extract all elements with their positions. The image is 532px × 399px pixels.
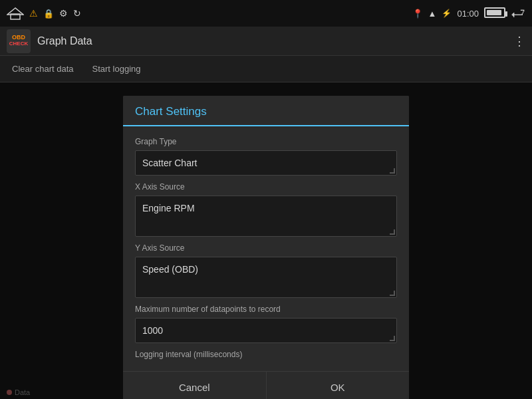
x-axis-label: X Axis Source: [135, 182, 397, 192]
graph-type-field[interactable]: Scatter Chart: [135, 150, 397, 176]
dialog-title: Chart Settings: [123, 96, 409, 126]
chart-settings-dialog: Chart Settings Graph Type Scatter Chart …: [123, 96, 409, 399]
graph-type-label: Graph Type: [135, 137, 397, 146]
y-axis-label: Y Axis Source: [135, 243, 397, 253]
app-header: OBD CHECK Graph Data ⋮: [0, 27, 532, 56]
dialog-body: Graph Type Scatter Chart X Axis Source E…: [123, 126, 409, 371]
dialog-actions: Cancel OK: [123, 371, 409, 399]
wifi-icon: ⚙: [59, 8, 68, 19]
ok-button[interactable]: OK: [267, 372, 410, 399]
max-datapoints-field[interactable]: 1000: [135, 318, 397, 343]
refresh-icon: ↻: [73, 8, 81, 19]
app-header-right: ⋮: [513, 34, 525, 49]
battery-icon: ⚡: [442, 9, 452, 18]
tab-bar: Clear chart data Start logging: [0, 56, 532, 82]
y-axis-field[interactable]: Speed (OBD): [135, 257, 397, 298]
logging-interval-label: Logging interval (milliseconds): [135, 350, 397, 359]
lock-icon: 🔒: [43, 9, 54, 19]
resize-handle: [390, 229, 395, 235]
overflow-menu-button[interactable]: ⋮: [513, 35, 525, 48]
x-axis-field[interactable]: Engine RPM: [135, 196, 397, 237]
max-datapoints-label: Maximum number of datapoints to record: [135, 305, 397, 314]
cancel-button[interactable]: Cancel: [123, 372, 267, 399]
status-bar-right: 📍 ▲ ⚡ 01:00 ⮐: [412, 5, 525, 22]
main-content: Data Chart Settings Graph Type Scatter C…: [0, 82, 532, 399]
tab-clear-chart-data[interactable]: Clear chart data: [3, 57, 83, 81]
battery-bar: [484, 7, 505, 20]
status-bar-left: ⚠ 🔒 ⚙ ↻: [7, 7, 81, 20]
signal-icon: ▲: [428, 9, 437, 19]
app-title: Graph Data: [37, 35, 92, 47]
status-bar: ⚠ 🔒 ⚙ ↻ 📍 ▲ ⚡ 01:00 ⮐: [0, 0, 532, 27]
resize-handle: [390, 336, 395, 341]
tab-start-logging[interactable]: Start logging: [83, 57, 150, 81]
back-icon[interactable]: ⮐: [511, 5, 525, 22]
time-display: 01:00: [457, 9, 479, 19]
resize-handle: [390, 291, 395, 296]
home-icon[interactable]: [7, 7, 24, 20]
location-icon: 📍: [412, 9, 423, 19]
app-logo: OBD CHECK: [7, 29, 31, 53]
warning-icon: ⚠: [29, 8, 38, 19]
resize-handle: [390, 168, 395, 174]
